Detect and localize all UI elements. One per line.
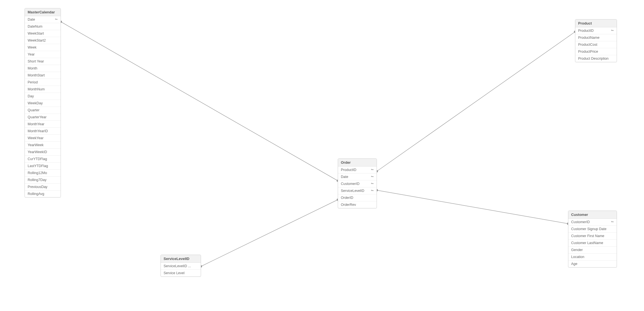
table-field[interactable]: CustomerID — [568, 219, 617, 226]
field-label: CurYTDFlag — [28, 157, 47, 161]
table-field[interactable]: CustomerID — [338, 180, 377, 187]
table-field[interactable]: Product Description — [575, 55, 617, 62]
field-label: Rolling7Day — [28, 178, 46, 182]
table-field[interactable]: Customer LastName — [568, 240, 617, 247]
table-field[interactable]: YearWeekID — [25, 149, 61, 156]
table-field[interactable]: ServiceLevelID ... — [161, 263, 201, 270]
table-field[interactable]: Week — [25, 44, 61, 51]
table-field[interactable]: WeekYear — [25, 135, 61, 142]
table-field[interactable]: MonthYear — [25, 121, 61, 128]
field-label: ProductID — [341, 168, 356, 172]
table-field[interactable]: MonthNum — [25, 86, 61, 93]
table-service-level[interactable]: ServiceLevelIDServiceLevelID ...Service … — [161, 255, 201, 277]
field-label: Year — [28, 52, 35, 56]
table-field[interactable]: Customer First Name — [568, 233, 617, 240]
field-label: MonthYear — [28, 122, 44, 126]
table-header[interactable]: MasterCalendar — [25, 8, 61, 16]
table-field[interactable]: ProductCost — [575, 41, 617, 48]
table-field[interactable]: Location — [568, 254, 617, 261]
table-field[interactable]: Customer Signup Date — [568, 226, 617, 233]
field-label: DateNum — [28, 25, 42, 28]
field-label: Customer Signup Date — [571, 227, 606, 231]
key-icon — [55, 18, 58, 21]
field-label: ProductName — [578, 36, 599, 40]
field-label: OrderRev — [341, 203, 356, 207]
field-label: MonthStart — [28, 73, 45, 77]
field-label: Customer LastName — [571, 241, 603, 245]
field-label: QuarterYear — [28, 115, 47, 119]
table-field[interactable]: MonthYearID — [25, 128, 61, 135]
key-icon — [611, 220, 614, 224]
field-label: YearWeek — [28, 143, 44, 147]
table-field[interactable]: Rolling12Mo — [25, 170, 61, 177]
table-customer[interactable]: CustomerCustomerIDCustomer Signup DateCu… — [568, 211, 617, 267]
table-field[interactable]: PreviousDay — [25, 184, 61, 191]
connection-line — [377, 190, 568, 224]
key-icon — [611, 29, 614, 33]
table-field[interactable]: ProductPrice — [575, 48, 617, 55]
table-field[interactable]: Rolling7Day — [25, 177, 61, 184]
table-field[interactable]: Year — [25, 51, 61, 58]
table-field[interactable]: ProductName — [575, 34, 617, 41]
table-field[interactable]: LastYTDFlag — [25, 163, 61, 170]
field-label: Week — [28, 45, 37, 49]
connections-layer — [0, 0, 644, 311]
table-field[interactable]: WeekDay — [25, 100, 61, 107]
field-label: RollingAvg — [28, 192, 44, 196]
table-field[interactable]: Quarter — [25, 107, 61, 114]
table-field[interactable]: YearWeek — [25, 142, 61, 149]
table-field[interactable]: MonthStart — [25, 72, 61, 79]
table-field[interactable]: Month — [25, 65, 61, 72]
table-order[interactable]: OrderProductIDDateCustomerIDServiceLevel… — [338, 158, 377, 208]
table-header[interactable]: ServiceLevelID — [161, 255, 201, 263]
field-label: Product Description — [578, 57, 609, 61]
table-field[interactable]: Service Level — [161, 270, 201, 276]
field-label: Rolling12Mo — [28, 171, 47, 175]
table-field[interactable]: OrderRev — [338, 201, 377, 208]
table-header[interactable]: Order — [338, 159, 377, 167]
field-label: ProductCost — [578, 43, 597, 47]
field-label: Date — [341, 175, 348, 179]
table-field[interactable]: QuarterYear — [25, 114, 61, 121]
table-field[interactable]: WeekStart — [25, 30, 61, 37]
connection-line — [377, 32, 575, 171]
table-field[interactable]: Gender — [568, 247, 617, 254]
table-field[interactable]: ServiceLevelID — [338, 187, 377, 194]
table-field[interactable]: OrderID — [338, 194, 377, 201]
key-icon — [371, 175, 374, 179]
field-label: ServiceLevelID — [341, 189, 364, 193]
table-field[interactable]: RollingAvg — [25, 191, 61, 197]
field-label: Month — [28, 66, 37, 70]
field-label: Age — [571, 262, 577, 266]
diagram-canvas[interactable]: MasterCalendarDateDateNumWeekStartWeekSt… — [0, 0, 644, 311]
field-label: Short Year — [28, 59, 44, 63]
table-field[interactable]: WeekStart2 — [25, 37, 61, 44]
table-field[interactable]: Date — [25, 16, 61, 23]
table-header[interactable]: Customer — [568, 211, 617, 219]
field-label: ProductID — [578, 29, 594, 33]
table-field[interactable]: CurYTDFlag — [25, 156, 61, 163]
table-header[interactable]: Product — [575, 20, 617, 27]
field-label: Location — [571, 255, 584, 259]
table-product[interactable]: ProductProductIDProductNameProductCostPr… — [575, 19, 617, 62]
field-label: MonthYearID — [28, 129, 48, 133]
table-master-calendar[interactable]: MasterCalendarDateDateNumWeekStartWeekSt… — [25, 8, 61, 197]
table-field[interactable]: Age — [568, 261, 617, 267]
table-field[interactable]: Day — [25, 93, 61, 100]
key-icon — [371, 168, 374, 172]
field-label: Quarter — [28, 108, 39, 112]
field-label: PreviousDay — [28, 185, 47, 189]
field-label: CustomerID — [571, 220, 590, 224]
table-field[interactable]: Short Year — [25, 58, 61, 65]
table-field[interactable]: Date — [338, 173, 377, 180]
field-label: Date — [28, 18, 35, 21]
table-field[interactable]: Period — [25, 79, 61, 86]
table-field[interactable]: ProductID — [338, 167, 377, 173]
table-field[interactable]: ProductID — [575, 27, 617, 34]
field-label: Customer First Name — [571, 234, 604, 238]
table-field[interactable]: DateNum — [25, 23, 61, 30]
field-label: Gender — [571, 248, 583, 252]
field-label: MonthNum — [28, 87, 45, 91]
field-label: LastYTDFlag — [28, 164, 48, 168]
connection-line — [201, 200, 338, 266]
